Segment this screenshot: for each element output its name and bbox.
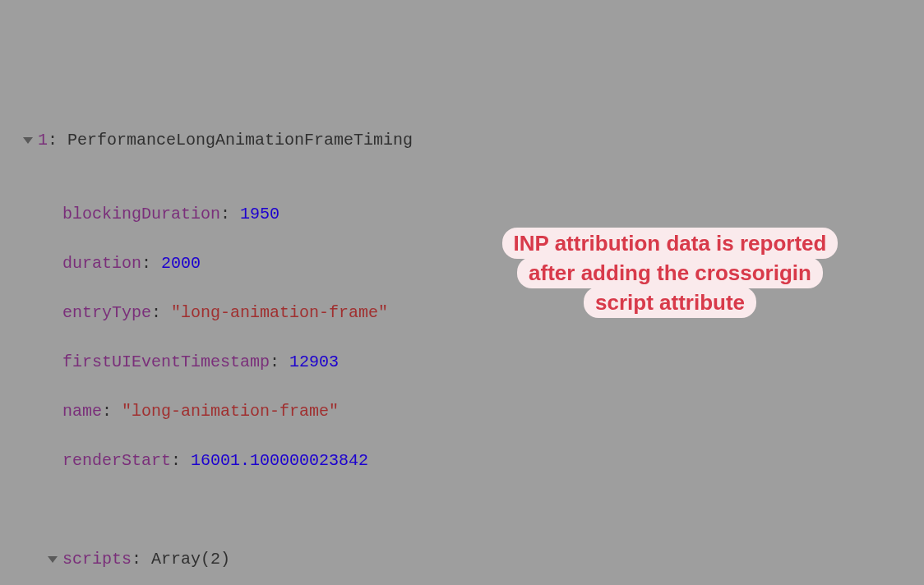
chevron-down-icon[interactable] bbox=[23, 137, 33, 144]
tree-row-entry[interactable]: 1: PerformanceLongAnimationFrameTiming bbox=[0, 128, 924, 153]
entry-index: 1 bbox=[38, 131, 48, 150]
prop-renderStart[interactable]: renderStart: 16001.100000023842 bbox=[0, 449, 924, 473]
entry-type: PerformanceLongAnimationFrameTiming bbox=[67, 131, 413, 150]
tree-row-scripts[interactable]: scripts: Array(2) bbox=[0, 547, 924, 572]
prop-name[interactable]: name: "long-animation-frame" bbox=[0, 399, 924, 424]
prop-firstUIEventTimestamp[interactable]: firstUIEventTimestamp: 12903 bbox=[0, 350, 924, 375]
chevron-down-icon[interactable] bbox=[48, 556, 58, 563]
annotation-callout: INP attribution data is reported after a… bbox=[493, 228, 847, 317]
prop-blockingDuration[interactable]: blockingDuration: 1950 bbox=[0, 202, 924, 227]
